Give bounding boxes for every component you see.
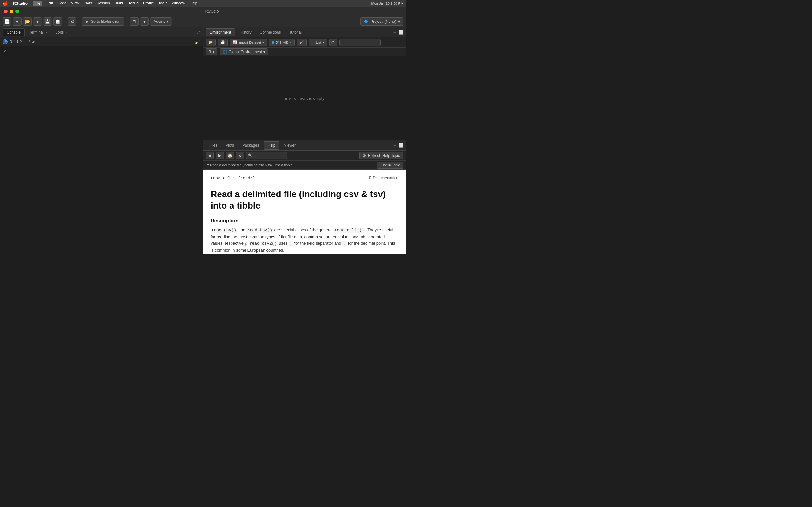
list-view-button[interactable]: ☰ List ▾ [309, 39, 327, 46]
maximize-window-button[interactable] [15, 9, 19, 13]
new-file-icon: 📄 [4, 19, 10, 24]
grid-dropdown-icon: ▾ [143, 19, 146, 24]
menu-file[interactable]: File [33, 1, 42, 6]
tab-help[interactable]: Help [264, 141, 280, 150]
read-delim-code: read_delim() [334, 228, 365, 233]
menu-debug[interactable]: Debug [128, 1, 139, 6]
env-minimize-button[interactable]: ─ [394, 30, 397, 35]
menu-view[interactable]: View [71, 1, 79, 6]
global-env-selector[interactable]: 🌐 Global Environment ▾ [220, 49, 268, 55]
open-file-button[interactable]: 📂 [23, 17, 32, 26]
goto-file-button[interactable]: ▶ Go to file/function [82, 17, 124, 26]
console-clear-button[interactable]: 🧹 [195, 39, 200, 44]
refresh-env-button[interactable]: ⟳ [329, 39, 338, 46]
menu-profile[interactable]: Profile [143, 1, 154, 6]
help-content-area[interactable]: read_delim {readr} R Documentation Read … [203, 170, 406, 253]
grid-view-dropdown[interactable]: ▾ [140, 17, 149, 26]
env-panel-controls: ─ ⬜ [394, 30, 403, 35]
tab-terminal[interactable]: Terminal × [26, 28, 51, 37]
tab-viewer[interactable]: Viewer [280, 141, 299, 150]
tab-plots[interactable]: Plots [222, 141, 238, 150]
print-help-icon: 🖨 [238, 153, 242, 158]
menu-edit[interactable]: Edit [46, 1, 53, 6]
menu-build[interactable]: Build [114, 1, 123, 6]
goto-file-label: Go to file/function [91, 19, 120, 24]
jobs-tab-label: Jobs [56, 30, 64, 35]
print-button[interactable]: 🖨 [67, 17, 77, 26]
environment-tab-label: Environment [210, 30, 231, 35]
help-minimize-button[interactable]: ─ [394, 143, 397, 148]
tab-history[interactable]: History [236, 28, 255, 37]
toolbar-separator-2 [79, 18, 79, 25]
tab-environment[interactable]: Environment [206, 28, 235, 37]
menu-tools[interactable]: Tools [158, 1, 167, 6]
read-csv-code: read_csv() [211, 228, 237, 233]
find-in-topic-button[interactable]: Find in Topic [377, 162, 403, 169]
jobs-close-icon[interactable]: × [66, 31, 67, 34]
save-file-button[interactable]: 💾 [43, 17, 52, 26]
forward-arrow-icon: ▶ [218, 153, 221, 158]
help-forward-button[interactable]: ▶ [216, 152, 224, 159]
left-panel-maximize-button[interactable]: ⤢ [196, 29, 200, 35]
home-icon: 🏠 [227, 153, 233, 158]
tab-jobs[interactable]: Jobs × [52, 28, 72, 37]
project-icon: 🔷 [364, 19, 368, 24]
terminal-close-icon[interactable]: × [45, 31, 47, 34]
app-name: RStudio [13, 1, 28, 6]
connections-tab-label: Connections [260, 30, 281, 35]
save-env-button[interactable]: 💾 [217, 39, 228, 46]
tab-console[interactable]: Console [3, 28, 25, 37]
tab-tutorial[interactable]: Tutorial [285, 28, 305, 37]
menu-plots[interactable]: Plots [84, 1, 92, 6]
save-all-button[interactable]: 📋 [53, 17, 62, 26]
help-search-input[interactable] [246, 152, 287, 159]
menu-bar: 🍎 RStudio File Edit Code View Plots Sess… [0, 0, 406, 7]
help-content-header: read_delim {readr} R Documentation [211, 176, 398, 183]
new-file-button[interactable]: 📄 [3, 17, 11, 26]
menu-session[interactable]: Session [96, 1, 110, 6]
new-file-dropdown[interactable]: ▾ [13, 17, 21, 26]
help-toolbar: ◀ ▶ 🏠 🖨 🔍 ⟳ Refresh Help Topic [203, 151, 406, 161]
open-file-dropdown[interactable]: ▾ [33, 17, 42, 26]
tab-packages[interactable]: Packages [239, 141, 263, 150]
project-button[interactable]: 🔷 Project: (None) ▾ [360, 17, 403, 26]
toolbar-separator-1 [65, 18, 65, 25]
help-maximize-button[interactable]: ⬜ [398, 143, 403, 148]
tab-connections[interactable]: Connections [256, 28, 285, 37]
comma-code: , [342, 241, 347, 246]
grid-view-button[interactable]: ⊞ [130, 17, 139, 26]
toolbar-separator-3 [127, 18, 127, 25]
clear-env-button[interactable]: 🧹 [297, 39, 307, 46]
help-back-button[interactable]: ◀ [206, 152, 214, 159]
env-maximize-button[interactable]: ⬜ [398, 30, 403, 35]
import-dataset-button[interactable]: 📊 Import Dataset ▾ [230, 39, 267, 46]
semicolon-code: ; [289, 241, 293, 246]
import-icon: 📊 [233, 40, 237, 44]
menu-code[interactable]: Code [57, 1, 67, 6]
tab-files[interactable]: Files [206, 141, 221, 150]
env-search-input[interactable] [339, 39, 380, 46]
menu-help[interactable]: Help [190, 1, 198, 6]
broom-icon: 🧹 [299, 40, 304, 44]
r-version-label: R 4.1.2 [9, 40, 22, 44]
r-language-selector[interactable]: R ▾ [206, 49, 217, 55]
menu-window[interactable]: Window [171, 1, 185, 6]
addins-button[interactable]: Addins ▾ [150, 17, 172, 26]
working-dir-icon[interactable]: ⟳ [32, 40, 35, 44]
env-selector-bar: R ▾ 🌐 Global Environment ▾ [203, 48, 406, 56]
global-env-label: Global Environment [229, 50, 262, 54]
open-env-button[interactable]: 📂 [206, 39, 216, 46]
close-window-button[interactable] [4, 9, 8, 13]
help-print-button[interactable]: 🖨 [236, 152, 244, 159]
apple-menu[interactable]: 🍎 [3, 1, 8, 6]
global-env-dropdown-icon: ▾ [263, 50, 265, 54]
memory-dropdown-icon: ▾ [290, 40, 292, 44]
import-dropdown-icon: ▾ [262, 40, 264, 44]
help-home-button[interactable]: 🏠 [226, 152, 234, 159]
package-reference: read_delim {readr} [211, 176, 255, 181]
r-documentation-label: R Documentation [369, 176, 398, 180]
refresh-help-button[interactable]: ⟳ Refresh Help Topic [359, 152, 403, 159]
memory-usage-badge[interactable]: 549 MiB ▾ [269, 39, 294, 46]
minimize-window-button[interactable] [9, 9, 13, 13]
console-content[interactable]: > [0, 46, 203, 253]
